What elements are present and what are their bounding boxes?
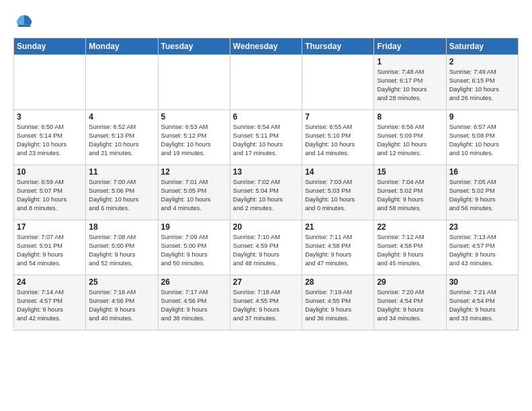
- day-info: Sunrise: 7:05 AM Sunset: 5:02 PM Dayligh…: [449, 178, 515, 213]
- calendar-cell: 6Sunrise: 6:54 AM Sunset: 5:11 PM Daylig…: [230, 110, 302, 165]
- header-cell-friday: Friday: [374, 38, 446, 55]
- calendar-week-row: 17Sunrise: 7:07 AM Sunset: 5:01 PM Dayli…: [14, 220, 519, 275]
- calendar-cell: 3Sunrise: 6:50 AM Sunset: 5:14 PM Daylig…: [14, 110, 86, 165]
- header: [13, 11, 519, 32]
- header-cell-thursday: Thursday: [302, 38, 374, 55]
- day-info: Sunrise: 6:54 AM Sunset: 5:11 PM Dayligh…: [233, 123, 299, 158]
- calendar-cell: 20Sunrise: 7:10 AM Sunset: 4:59 PM Dayli…: [230, 220, 302, 275]
- day-info: Sunrise: 6:52 AM Sunset: 5:13 PM Dayligh…: [89, 123, 154, 158]
- page: SundayMondayTuesdayWednesdayThursdayFrid…: [0, 0, 532, 337]
- day-number: 16: [449, 167, 515, 177]
- day-info: Sunrise: 7:03 AM Sunset: 5:03 PM Dayligh…: [305, 178, 371, 213]
- calendar-cell: 28Sunrise: 7:19 AM Sunset: 4:55 PM Dayli…: [302, 275, 374, 330]
- day-info: Sunrise: 7:02 AM Sunset: 5:04 PM Dayligh…: [233, 178, 299, 213]
- day-number: 25: [89, 277, 154, 287]
- day-number: 5: [161, 112, 227, 122]
- day-info: Sunrise: 7:04 AM Sunset: 5:02 PM Dayligh…: [377, 178, 443, 213]
- calendar-cell: 17Sunrise: 7:07 AM Sunset: 5:01 PM Dayli…: [14, 220, 86, 275]
- day-number: 20: [233, 222, 299, 232]
- day-number: 29: [377, 277, 443, 287]
- day-info: Sunrise: 7:48 AM Sunset: 6:17 PM Dayligh…: [377, 68, 443, 103]
- day-info: Sunrise: 7:14 AM Sunset: 4:57 PM Dayligh…: [17, 288, 83, 323]
- calendar-cell: 21Sunrise: 7:11 AM Sunset: 4:58 PM Dayli…: [302, 220, 374, 275]
- day-number: 14: [305, 167, 371, 177]
- day-number: 17: [17, 222, 83, 232]
- calendar-cell: 16Sunrise: 7:05 AM Sunset: 5:02 PM Dayli…: [446, 165, 518, 220]
- day-number: 8: [377, 112, 443, 122]
- day-info: Sunrise: 7:11 AM Sunset: 4:58 PM Dayligh…: [305, 233, 371, 268]
- day-info: Sunrise: 7:49 AM Sunset: 6:15 PM Dayligh…: [449, 68, 515, 103]
- day-number: 7: [305, 112, 371, 122]
- day-number: 24: [17, 277, 83, 287]
- calendar-cell: [158, 55, 230, 110]
- day-info: Sunrise: 7:09 AM Sunset: 5:00 PM Dayligh…: [161, 233, 227, 268]
- day-number: 18: [89, 222, 154, 232]
- day-info: Sunrise: 6:53 AM Sunset: 5:12 PM Dayligh…: [161, 123, 227, 158]
- calendar-cell: 19Sunrise: 7:09 AM Sunset: 5:00 PM Dayli…: [158, 220, 230, 275]
- day-number: 3: [17, 112, 83, 122]
- day-info: Sunrise: 6:57 AM Sunset: 5:08 PM Dayligh…: [449, 123, 515, 158]
- logo: [13, 11, 38, 32]
- day-info: Sunrise: 7:10 AM Sunset: 4:59 PM Dayligh…: [233, 233, 299, 268]
- calendar-week-row: 1Sunrise: 7:48 AM Sunset: 6:17 PM Daylig…: [14, 55, 519, 110]
- calendar-cell: 13Sunrise: 7:02 AM Sunset: 5:04 PM Dayli…: [230, 165, 302, 220]
- calendar-week-row: 3Sunrise: 6:50 AM Sunset: 5:14 PM Daylig…: [14, 110, 519, 165]
- day-info: Sunrise: 7:20 AM Sunset: 4:54 PM Dayligh…: [377, 288, 443, 323]
- calendar-cell: 25Sunrise: 7:16 AM Sunset: 4:56 PM Dayli…: [86, 275, 158, 330]
- day-number: 26: [161, 277, 227, 287]
- calendar-table: SundayMondayTuesdayWednesdayThursdayFrid…: [13, 38, 519, 330]
- day-info: Sunrise: 7:12 AM Sunset: 4:58 PM Dayligh…: [377, 233, 443, 268]
- calendar-cell: 24Sunrise: 7:14 AM Sunset: 4:57 PM Dayli…: [14, 275, 86, 330]
- calendar-cell: 1Sunrise: 7:48 AM Sunset: 6:17 PM Daylig…: [374, 55, 446, 110]
- calendar-cell: 10Sunrise: 6:59 AM Sunset: 5:07 PM Dayli…: [14, 165, 86, 220]
- calendar-cell: 7Sunrise: 6:55 AM Sunset: 5:10 PM Daylig…: [302, 110, 374, 165]
- day-number: 23: [449, 222, 515, 232]
- day-info: Sunrise: 7:16 AM Sunset: 4:56 PM Dayligh…: [89, 288, 154, 323]
- calendar-cell: 14Sunrise: 7:03 AM Sunset: 5:03 PM Dayli…: [302, 165, 374, 220]
- day-number: 21: [305, 222, 371, 232]
- day-number: 13: [233, 167, 299, 177]
- day-info: Sunrise: 6:50 AM Sunset: 5:14 PM Dayligh…: [17, 123, 83, 158]
- calendar-cell: 12Sunrise: 7:01 AM Sunset: 5:05 PM Dayli…: [158, 165, 230, 220]
- calendar-week-row: 24Sunrise: 7:14 AM Sunset: 4:57 PM Dayli…: [14, 275, 519, 330]
- day-number: 22: [377, 222, 443, 232]
- day-number: 27: [233, 277, 299, 287]
- day-info: Sunrise: 6:59 AM Sunset: 5:07 PM Dayligh…: [17, 178, 83, 213]
- day-info: Sunrise: 7:08 AM Sunset: 5:00 PM Dayligh…: [89, 233, 154, 268]
- calendar-cell: [86, 55, 158, 110]
- calendar-cell: [302, 55, 374, 110]
- header-cell-wednesday: Wednesday: [230, 38, 302, 55]
- calendar-cell: 11Sunrise: 7:00 AM Sunset: 5:06 PM Dayli…: [86, 165, 158, 220]
- calendar-cell: [14, 55, 86, 110]
- day-number: 2: [449, 57, 515, 66]
- day-info: Sunrise: 7:13 AM Sunset: 4:57 PM Dayligh…: [449, 233, 515, 268]
- calendar-cell: 18Sunrise: 7:08 AM Sunset: 5:00 PM Dayli…: [86, 220, 158, 275]
- day-number: 30: [449, 277, 515, 287]
- calendar-cell: 4Sunrise: 6:52 AM Sunset: 5:13 PM Daylig…: [86, 110, 158, 165]
- header-cell-monday: Monday: [86, 38, 158, 55]
- calendar-cell: 22Sunrise: 7:12 AM Sunset: 4:58 PM Dayli…: [374, 220, 446, 275]
- day-number: 9: [449, 112, 515, 122]
- day-number: 19: [161, 222, 227, 232]
- day-info: Sunrise: 6:56 AM Sunset: 5:09 PM Dayligh…: [377, 123, 443, 158]
- day-info: Sunrise: 7:19 AM Sunset: 4:55 PM Dayligh…: [305, 288, 371, 323]
- day-number: 11: [89, 167, 154, 177]
- calendar-cell: 27Sunrise: 7:18 AM Sunset: 4:55 PM Dayli…: [230, 275, 302, 330]
- day-info: Sunrise: 7:07 AM Sunset: 5:01 PM Dayligh…: [17, 233, 83, 268]
- header-cell-saturday: Saturday: [446, 38, 518, 55]
- day-info: Sunrise: 6:55 AM Sunset: 5:10 PM Dayligh…: [305, 123, 371, 158]
- header-cell-sunday: Sunday: [14, 38, 86, 55]
- calendar-week-row: 10Sunrise: 6:59 AM Sunset: 5:07 PM Dayli…: [14, 165, 519, 220]
- calendar-cell: 5Sunrise: 6:53 AM Sunset: 5:12 PM Daylig…: [158, 110, 230, 165]
- day-number: 6: [233, 112, 299, 122]
- day-number: 12: [161, 167, 227, 177]
- calendar-cell: 2Sunrise: 7:49 AM Sunset: 6:15 PM Daylig…: [446, 55, 518, 110]
- calendar-cell: 8Sunrise: 6:56 AM Sunset: 5:09 PM Daylig…: [374, 110, 446, 165]
- header-cell-tuesday: Tuesday: [158, 38, 230, 55]
- logo-icon: [13, 11, 35, 32]
- svg-rect-0: [17, 25, 30, 27]
- calendar-cell: 15Sunrise: 7:04 AM Sunset: 5:02 PM Dayli…: [374, 165, 446, 220]
- day-number: 10: [17, 167, 83, 177]
- calendar-cell: 29Sunrise: 7:20 AM Sunset: 4:54 PM Dayli…: [374, 275, 446, 330]
- day-info: Sunrise: 7:17 AM Sunset: 4:56 PM Dayligh…: [161, 288, 227, 323]
